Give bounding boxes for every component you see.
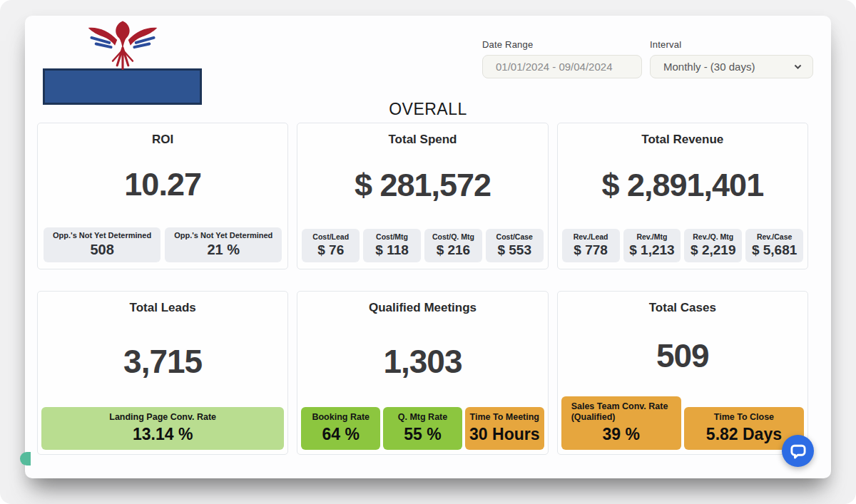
- card-value: $ 2,891,401: [558, 147, 807, 224]
- interval-select[interactable]: Monthly - (30 days): [650, 55, 813, 78]
- substat: Opp.'s Not Yet Determined508: [44, 227, 160, 262]
- kpi-card: Total Leads 3,715 Landing Page Conv. Rat…: [37, 291, 288, 455]
- kpi-card: Total Spend $ 281,572 Cost/Lead$ 76Cost/…: [297, 123, 548, 269]
- substat: Time To Meeting30 Hours: [465, 407, 544, 450]
- card-value: 10.27: [38, 147, 287, 222]
- card-substats: Landing Page Conv. Rate13.14 %: [38, 407, 287, 454]
- dashboard-panel: Date Range 01/01/2024 - 09/04/2024 Inter…: [25, 16, 831, 478]
- date-range-input[interactable]: 01/01/2024 - 09/04/2024: [482, 55, 642, 78]
- kpi-grid: ROI 10.27 Opp.'s Not Yet Determined508Op…: [37, 123, 808, 455]
- card-title: Total Cases: [558, 301, 807, 315]
- interval-field: Interval Monthly - (30 days): [650, 39, 813, 78]
- card-title: Total Leads: [38, 301, 287, 315]
- chat-bubble-icon: [789, 442, 807, 461]
- substat: Cost/Mtg$ 118: [363, 229, 421, 262]
- substat: Rev./Lead$ 778: [562, 229, 620, 262]
- company-logo: [43, 20, 202, 105]
- kpi-card: Qualified Meetings 1,303 Booking Rate64 …: [297, 291, 548, 455]
- substat: Landing Page Conv. Rate13.14 %: [41, 407, 284, 450]
- card-value: $ 281,572: [297, 147, 547, 224]
- card-substats: Booking Rate64 %Q. Mtg Rate55 %Time To M…: [297, 407, 547, 454]
- card-value: 509: [558, 315, 807, 396]
- eagle-logo-icon: [73, 20, 173, 73]
- card-title: Total Revenue: [558, 133, 807, 147]
- card-value: 1,303: [297, 315, 547, 407]
- date-range-field: Date Range 01/01/2024 - 09/04/2024: [482, 39, 642, 78]
- card-substats: Opp.'s Not Yet Determined508Opp.'s Not Y…: [38, 222, 287, 269]
- card-title: ROI: [38, 133, 287, 147]
- card-title: Qualified Meetings: [297, 301, 547, 315]
- substat: Rev./Case$ 5,681: [745, 229, 803, 262]
- interval-selected-value: Monthly - (30 days): [663, 61, 755, 73]
- substat: Cost/Lead$ 76: [302, 229, 360, 262]
- substat: Rev./Mtg$ 1,213: [623, 229, 681, 262]
- substat: Cost/Q. Mtg$ 216: [424, 229, 482, 262]
- substat: Opp.'s Not Yet Determined21 %: [165, 227, 282, 262]
- card-substats: Cost/Lead$ 76Cost/Mtg$ 118Cost/Q. Mtg$ 2…: [297, 224, 547, 269]
- card-substats: Rev./Lead$ 778Rev./Mtg$ 1,213Rev./Q. Mtg…: [558, 224, 807, 269]
- kpi-card: ROI 10.27 Opp.'s Not Yet Determined508Op…: [37, 123, 288, 269]
- date-range-label: Date Range: [482, 39, 642, 50]
- section-title: OVERALL: [25, 100, 831, 119]
- accessibility-tab-icon[interactable]: [20, 452, 31, 466]
- card-value: 3,715: [38, 315, 287, 407]
- kpi-card: Total Revenue $ 2,891,401 Rev./Lead$ 778…: [557, 123, 808, 269]
- chevron-down-icon: [793, 62, 802, 71]
- substat: Sales Team Conv. Rate (Qualified)39 %: [561, 396, 681, 450]
- interval-label: Interval: [650, 39, 813, 50]
- substat: Cost/Case$ 553: [486, 229, 544, 262]
- chat-widget-button[interactable]: [782, 435, 814, 467]
- substat: Q. Mtg Rate55 %: [383, 407, 462, 450]
- substat: Rev./Q. Mtg$ 2,219: [684, 229, 742, 262]
- card-title: Total Spend: [297, 133, 547, 147]
- kpi-card: Total Cases 509 Sales Team Conv. Rate (Q…: [557, 291, 808, 455]
- substat: Booking Rate64 %: [301, 407, 380, 450]
- card-substats: Sales Team Conv. Rate (Qualified)39 %Tim…: [558, 396, 807, 454]
